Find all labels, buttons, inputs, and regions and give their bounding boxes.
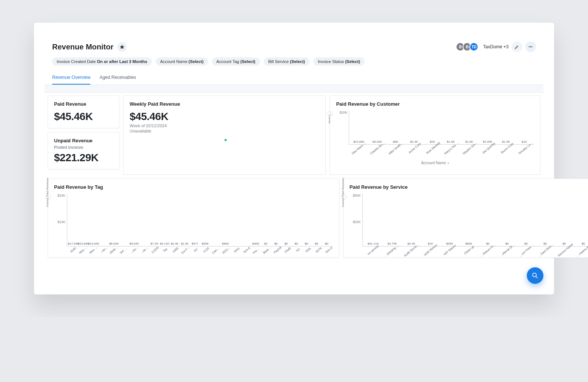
y-tick: $10K: [57, 220, 65, 224]
x-tick: Ext Filed: [181, 245, 191, 254]
bar-value-label: $0: [563, 242, 566, 245]
x-tick: 1041: [232, 245, 242, 254]
bar-value-label: $1.5K: [181, 242, 189, 245]
x-tick: 1040: [68, 245, 78, 254]
header: Revenue Monitor B B TD TaxDome +3: [45, 42, 543, 57]
bar[interactable]: $0: [292, 242, 301, 246]
bar-value-label: $9.63K: [109, 242, 119, 245]
bar[interactable]: $0: [302, 242, 311, 246]
bar-value-label: $15.86K: [78, 242, 89, 245]
kpi-title: Paid Revenue: [54, 101, 113, 107]
star-icon: [119, 44, 125, 49]
bar[interactable]: $0: [574, 242, 588, 246]
kpi-value: $221.29K: [54, 152, 113, 164]
kpi-title: Unpaid Revenue: [54, 138, 113, 143]
bar-value-label: $2.4K: [171, 242, 179, 245]
bar-value-label: $2: [264, 242, 268, 245]
header-actions: B B TD TaxDome +3: [456, 42, 536, 52]
svg-point-0: [529, 46, 530, 47]
x-tick: …okkeeping: [140, 245, 150, 254]
y-axis: ↓$50K$25KInvoice Paid Revenue: [350, 194, 362, 246]
y-tick: $20K: [339, 111, 347, 114]
bar-value-label: $0: [315, 242, 318, 245]
bar-value-label: $0: [524, 242, 528, 245]
more-button[interactable]: [525, 42, 536, 52]
bar-value-label: $0: [486, 242, 489, 245]
kpi-value: $45.46K: [54, 111, 113, 123]
bar-value-label: $17.93K: [68, 242, 79, 245]
bar[interactable]: $13.63K: [89, 242, 99, 246]
bar-value-label: $1.6K: [465, 140, 473, 143]
filter-chip[interactable]: Account Name (Select): [156, 57, 208, 66]
filter-chip[interactable]: Invoice Status (Select): [313, 57, 365, 66]
chart-paid-by-tag[interactable]: Paid Revenue by Tag↓$20K$10KInvoice Paid…: [48, 179, 339, 258]
bar-value-label: $0: [294, 242, 298, 245]
bar-value-label: $977: [192, 242, 198, 245]
kpi-line2: Unavailable: [130, 129, 319, 133]
y-axis-label: Invoice Paid Revenue: [341, 178, 344, 207]
owner-label: TaxDome +3: [483, 44, 509, 49]
x-tick: 1120S: [150, 245, 160, 254]
x-tick: Tax: [160, 245, 170, 254]
filter-chip[interactable]: Invoice Created Date On or after Last 3 …: [52, 57, 152, 66]
edit-button[interactable]: [512, 42, 522, 52]
app-window: Revenue Monitor B B TD TaxDome +3 Invoic…: [34, 23, 554, 294]
bar[interactable]: $0: [312, 242, 321, 246]
bar-value-label: $6K: [393, 140, 398, 143]
favorite-button[interactable]: [117, 42, 127, 52]
bar[interactable]: $0: [282, 242, 291, 246]
x-tick: New client: [78, 245, 88, 254]
kpi-unpaid-revenue[interactable]: Unpaid Revenue Posted invoices $221.29K: [48, 132, 119, 169]
bar[interactable]: $15.86K: [79, 242, 88, 246]
tab-bar: Revenue OverviewAged Receivables: [45, 71, 543, 85]
filter-chip[interactable]: Account Tag (Select): [212, 57, 260, 66]
kpi-line1: Week of 02/12/2024: [130, 123, 319, 128]
x-tick: New Client: [88, 245, 99, 254]
x-axis: 1040New clientNew Client…ning Client2848…: [54, 246, 333, 252]
y-tick: $20K: [57, 194, 65, 197]
bar-value-label: $0: [305, 242, 308, 245]
bar-value-label: $500: [465, 242, 472, 245]
dashboard: Paid Revenue $45.46K Unpaid Revenue Post…: [45, 92, 543, 261]
tab-aged-receivables[interactable]: Aged Receivables: [99, 71, 136, 85]
avatar-stack[interactable]: B B TD: [456, 42, 478, 51]
search-fab[interactable]: [527, 267, 543, 284]
search-icon: [531, 272, 539, 279]
title-wrap: Revenue Monitor: [52, 42, 127, 52]
svg-point-3: [532, 273, 536, 277]
bar[interactable]: $9.63K: [109, 242, 119, 246]
x-tick: Canada T1: [211, 245, 221, 254]
bar[interactable]: $9.63K: [130, 242, 139, 246]
x-tick: 1065: [170, 245, 181, 254]
filter-chip[interactable]: Bill Service (Select): [264, 57, 309, 66]
x-tick: …ning client: [130, 245, 140, 254]
x-tick: Sch-E: [242, 245, 252, 254]
chart-paid-by-customer[interactable]: Paid Revenue by Customer↓$20KInvoi c…$15…: [330, 96, 540, 175]
kpi-weekly-paid-revenue[interactable]: Weekly Paid Revenue $45.46K Week of 02/1…: [123, 96, 326, 175]
bar-value-label: $550: [446, 242, 453, 245]
kpi-value: $45.46K: [130, 111, 319, 123]
x-tick: Premium: [252, 245, 262, 254]
bar-value-label: $4.12K: [160, 242, 169, 245]
more-icon: [528, 44, 533, 49]
kpi-title: Weekly Paid Revenue: [130, 101, 319, 107]
bar[interactable]: $0: [271, 242, 281, 246]
x-axis: Otto Mann J…Charles Burn…Mike Smith C…Ac…: [336, 145, 534, 150]
svg-point-2: [532, 46, 532, 47]
bar-value-label: $0: [543, 242, 547, 245]
x-tick: NJ: [293, 245, 303, 254]
svg-point-1: [530, 46, 531, 47]
bar[interactable]: $0: [322, 242, 331, 246]
kpi-paid-revenue[interactable]: Paid Revenue $45.46K: [48, 96, 119, 128]
chart-paid-by-service[interactable]: Paid Revenue by Service↓$50K$25KInvoice …: [343, 179, 588, 258]
x-tick: Sch-A: [324, 245, 334, 254]
bar[interactable]: $17.93K: [69, 242, 78, 246]
bar[interactable]: $2: [261, 242, 271, 246]
bar-value-label: $2.4K: [407, 242, 415, 245]
tab-revenue-overview[interactable]: Revenue Overview: [52, 71, 90, 85]
bar[interactable]: $400: [251, 242, 260, 246]
filter-bar: Invoice Created Date On or after Last 3 …: [45, 57, 543, 71]
bar-value-label: $9.63K: [130, 242, 139, 245]
bar-value-label: $2K: [430, 140, 435, 143]
pencil-icon: [514, 44, 520, 49]
